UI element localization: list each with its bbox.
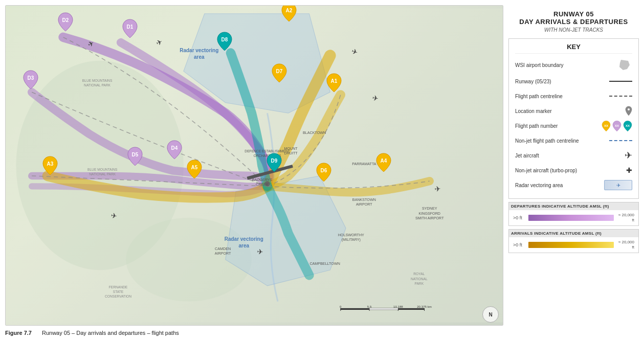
svg-text:CREEK: CREEK <box>256 183 269 187</box>
key-label-radar: Radar vectoring area <box>515 183 604 188</box>
main-container: ✈ ✈ ✈ ✈ ✈ ✈ ✈ BADGERYS CREEK BANKSTOWN A… <box>0 0 644 326</box>
key-title: KEY <box>515 43 632 54</box>
dashed-line-icon <box>609 96 632 97</box>
svg-text:HOLSWORTHY: HOLSWORTHY <box>338 233 364 237</box>
key-label-location: Location marker <box>515 108 604 114</box>
pin-A3: A3 <box>42 155 58 175</box>
radar-label-bottom: Radar vectoringarea <box>225 236 263 249</box>
arrivals-bar-to: ≈ 20,000 ft <box>616 240 634 250</box>
svg-point-68 <box>628 108 630 110</box>
key-label-airport: WSI airport boundary <box>515 62 604 68</box>
departures-bar-row: >0 ft ≈ 20,000 ft <box>513 213 634 222</box>
departures-bar-from: >0 ft <box>513 215 526 220</box>
svg-rect-49 <box>398 308 424 310</box>
svg-text:AIRPORT: AIRPORT <box>356 202 372 207</box>
svg-text:SMITH AIRPORT: SMITH AIRPORT <box>415 216 444 220</box>
key-item-location: Location marker <box>515 105 632 117</box>
key-symbol-nonjet-centreline <box>604 140 632 141</box>
pin-A4: A4 <box>375 152 392 172</box>
arrivals-bar-row: >0 ft ≈ 20,000 ft <box>513 240 634 250</box>
svg-text:AIRPORT: AIRPORT <box>215 252 231 256</box>
key-item-jet: Jet aircraft ✈ <box>515 150 632 161</box>
departures-bar-to: ≈ 20,000 ft <box>616 213 634 222</box>
arrivals-bar-from: >0 ft <box>513 242 526 247</box>
figure-number: Figure 7.7 <box>5 330 32 336</box>
radar-label-top: Radar vectoringarea <box>180 47 218 60</box>
svg-text:DRUITT: DRUITT <box>284 151 298 155</box>
key-label-nonjet-centreline: Non-jet flight path centreline <box>515 138 604 144</box>
svg-text:10.188: 10.188 <box>393 305 403 308</box>
key-label-runway: Runway (05/23) <box>515 79 604 84</box>
key-label-centreline: Flight path centreline <box>515 94 604 99</box>
key-symbol-location <box>604 106 632 116</box>
compass: N <box>482 306 499 323</box>
key-item-radar: Radar vectoring area ✈ <box>515 179 632 191</box>
airport-boundary-icon <box>617 58 632 72</box>
svg-text:FERNANDE: FERNANDE <box>109 285 128 289</box>
location-pin-icon <box>625 106 632 116</box>
key-symbol-radar: ✈ <box>604 180 632 190</box>
svg-text:CAMPBELLTOWN: CAMPBELLTOWN <box>309 262 340 266</box>
key-item-centreline: Flight path centreline <box>515 90 632 102</box>
svg-text:NATIONAL: NATIONAL <box>411 277 428 281</box>
flight-paths-svg: ✈ ✈ ✈ ✈ ✈ ✈ ✈ BADGERYS CREEK BANKSTOWN A… <box>6 6 503 325</box>
svg-text:D1: D1 <box>127 24 134 30</box>
key-symbol-nonjet: ✚ <box>604 166 632 174</box>
key-item-runway: Runway (05/23) <box>515 76 632 87</box>
key-symbol-runway <box>604 81 632 82</box>
pin-D5: D5 <box>127 146 143 166</box>
key-label-jet: Jet aircraft <box>515 153 604 158</box>
radar-area-sample: ✈ <box>604 180 632 190</box>
pin-badge-teal: XX <box>623 120 632 131</box>
key-symbol-path-number: XX XX XX <box>604 120 632 131</box>
svg-text:MOUNT: MOUNT <box>284 147 298 151</box>
legend-main-title: RUNWAY 05 <box>511 10 636 18</box>
pin-A1: A1 <box>326 73 342 92</box>
key-box: KEY WSI airport boundary Runway (05/23) <box>508 38 639 199</box>
svg-text:XX: XX <box>626 124 630 127</box>
legend-sub-title: DAY ARRIVALS & DEPARTURES <box>511 18 636 26</box>
pin-A5: A5 <box>186 159 203 178</box>
svg-text:XX: XX <box>604 124 609 127</box>
pin-D3: D3 <box>23 70 39 89</box>
svg-text:BADGERYS: BADGERYS <box>252 178 273 182</box>
svg-text:D6: D6 <box>321 168 327 173</box>
svg-text:ROYAL: ROYAL <box>413 272 425 276</box>
departures-gradient-bar <box>528 215 614 221</box>
caption-area: Figure 7.7 Runway 05 – Day arrivals and … <box>0 326 644 340</box>
solid-line-icon <box>609 81 632 82</box>
svg-text:A3: A3 <box>47 161 54 167</box>
pin-D2: D2 <box>57 12 74 31</box>
pin-badge-purple: XX <box>612 120 621 131</box>
svg-text:A4: A4 <box>380 158 387 164</box>
arrivals-gradient-bar <box>528 242 614 248</box>
svg-text:D9: D9 <box>271 158 277 164</box>
key-item-airport: WSI airport boundary <box>515 58 632 72</box>
svg-rect-47 <box>341 308 369 310</box>
svg-rect-48 <box>369 308 398 310</box>
key-label-nonjet: Non-jet aircraft (turbo-prop) <box>515 168 604 173</box>
svg-text:A2: A2 <box>286 8 293 13</box>
svg-text:BLUE MOUNTAINS: BLUE MOUNTAINS <box>87 168 118 171</box>
svg-text:STATE: STATE <box>113 290 124 293</box>
svg-text:D4: D4 <box>171 145 178 151</box>
arrivals-bar-section: ARRIVALS INDICATIVE ALTITUDE AMSL (ft) >… <box>508 229 639 253</box>
svg-text:D2: D2 <box>62 17 69 23</box>
svg-text:PARK: PARK <box>414 282 424 285</box>
svg-text:NATIONAL PARK: NATIONAL PARK <box>84 83 110 87</box>
svg-text:D3: D3 <box>27 75 34 81</box>
legend-note: WITH NON-JET TRACKS <box>511 27 636 33</box>
svg-text:XX: XX <box>615 124 619 127</box>
departures-bar-section: DEPARTURES INDICATIVE ALTITUDE AMSL (ft)… <box>508 202 639 226</box>
key-symbol-centreline <box>604 96 632 97</box>
svg-text:BANKSTOWN: BANKSTOWN <box>352 198 376 202</box>
svg-text:KINGSFORD: KINGSFORD <box>418 212 440 216</box>
pin-badge-yellow: XX <box>602 120 611 131</box>
pin-D7: D7 <box>271 63 287 82</box>
pin-D9: D9 <box>266 152 282 172</box>
legend-panel: RUNWAY 05 DAY ARRIVALS & DEPARTURES WITH… <box>508 5 639 326</box>
key-item-path-number: Flight path number XX XX XX <box>515 120 632 131</box>
svg-text:PARRAMATTA: PARRAMATTA <box>352 163 376 167</box>
svg-text:(MILITARY): (MILITARY) <box>342 238 361 242</box>
key-label-path-number: Flight path number <box>515 123 604 129</box>
